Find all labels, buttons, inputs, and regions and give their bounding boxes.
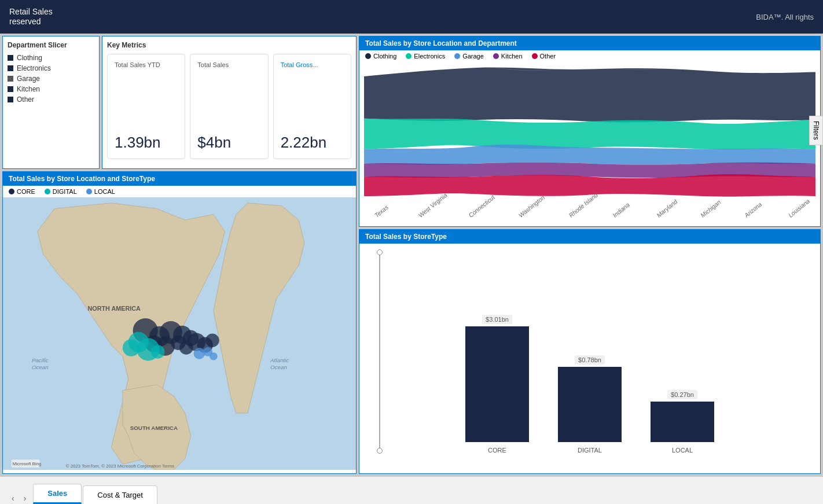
svg-text:Arizona: Arizona	[744, 200, 763, 219]
bar-group-digital: $0.78bn DIGITAL	[558, 355, 622, 454]
svg-text:Connecticut: Connecticut	[468, 193, 496, 219]
stream-legend-label-other: Other	[540, 53, 556, 60]
svg-text:Michigan: Michigan	[700, 198, 722, 219]
bar-label-bottom-core: CORE	[488, 447, 506, 454]
bar-label-bottom-digital: DIGITAL	[578, 447, 602, 454]
map-section: Total Sales by Store Location and StoreT…	[2, 171, 357, 474]
bar-label-bottom-local: LOCAL	[672, 447, 693, 454]
svg-text:Maryland: Maryland	[656, 197, 678, 219]
metric-label-ytd: Total Sales YTD	[115, 61, 178, 68]
svg-text:Washington: Washington	[518, 193, 546, 219]
stream-legend-dot-garage	[454, 53, 460, 59]
bar-group-core: $3.01bn CORE	[465, 315, 529, 454]
metric-value-sales: $4bn	[197, 134, 260, 152]
svg-text:NORTH AMERICA: NORTH AMERICA	[88, 305, 141, 312]
slicer-title: Department Slicer	[8, 41, 94, 49]
bar-chart-section: Total Sales by StoreType $3.01bn CORE	[359, 229, 821, 474]
slicer-dot-electronics	[8, 65, 13, 71]
metric-value-ytd: 1.39bn	[115, 134, 178, 152]
metric-label-gross: Total Gross...	[281, 61, 344, 68]
bar-local	[651, 402, 714, 442]
stream-legend-label-garage: Garage	[462, 53, 484, 60]
svg-point-25	[210, 352, 218, 360]
stream-legend-dot-electronics	[406, 53, 412, 59]
tab-cost-target[interactable]: Cost & Target	[83, 485, 157, 504]
metric-label-sales: Total Sales	[197, 61, 260, 68]
header-rights: BIDA™. All rights	[756, 13, 814, 21]
stream-legend-electronics: Electronics	[406, 53, 445, 60]
stream-chart-container: Texas West Virginia Connecticut Washingt…	[359, 62, 820, 222]
slicer-label-clothing: Clothing	[17, 54, 42, 62]
bar-chart-area: $3.01bn CORE $0.78bn DIGITAL $0.27bn LOC…	[359, 244, 820, 471]
svg-point-18	[205, 334, 219, 348]
legend-label-core: CORE	[17, 188, 35, 195]
svg-text:Indiana: Indiana	[612, 201, 631, 219]
legend-dot-local	[86, 189, 92, 194]
right-panel: Total Sales by Store Location and Depart…	[359, 36, 821, 474]
stream-legend-kitchen: Kitchen	[493, 53, 523, 60]
axis-circle-bottom	[377, 448, 383, 454]
slicer-item-electronics[interactable]: Electronics	[8, 64, 94, 72]
svg-text:Pacific: Pacific	[32, 357, 49, 363]
svg-text:Ocean: Ocean	[270, 364, 287, 370]
stream-legend-dot-kitchen	[493, 53, 499, 59]
legend-label-digital: DIGITAL	[53, 188, 77, 195]
tab-navigation: ‹ ›	[9, 492, 28, 504]
metric-card-sales: Total Sales $4bn	[190, 54, 268, 159]
slicer-label-garage: Garage	[17, 75, 40, 83]
bottom-tabs: ‹ › Sales Cost & Target	[0, 476, 823, 504]
svg-text:Ocean: Ocean	[32, 364, 49, 370]
stream-legend-label-electronics: Electronics	[414, 53, 445, 60]
svg-point-22	[151, 345, 165, 359]
slicer-item-kitchen[interactable]: Kitchen	[8, 85, 94, 93]
bar-core	[465, 326, 529, 442]
svg-point-21	[123, 339, 139, 356]
slicer-dot-kitchen	[8, 86, 13, 92]
slicer-dot-garage	[8, 76, 13, 82]
slicer-dot-clothing	[8, 55, 13, 61]
legend-dot-core	[9, 189, 14, 194]
stream-legend-label-clothing: Clothing	[373, 53, 396, 60]
legend-item-digital: DIGITAL	[45, 188, 77, 195]
stream-legend-dot-clothing	[365, 53, 371, 59]
stream-legend: Clothing Electronics Garage Kitchen Othe…	[359, 50, 820, 62]
department-slicer: Department Slicer Clothing Electronics G…	[2, 36, 100, 169]
map-section-header: Total Sales by Store Location and StoreT…	[3, 172, 356, 186]
key-metrics-panel: Key Metrics Total Sales YTD 1.39bn Total…	[102, 36, 357, 169]
legend-dot-digital	[45, 189, 50, 194]
stream-chart-section: Total Sales by Store Location and Depart…	[359, 36, 821, 227]
tab-sales[interactable]: Sales	[33, 484, 82, 504]
slicer-label-electronics: Electronics	[17, 64, 51, 72]
legend-label-local: LOCAL	[94, 188, 115, 195]
axis-line	[379, 255, 380, 448]
stream-legend-garage: Garage	[454, 53, 484, 60]
slicer-item-garage[interactable]: Garage	[8, 75, 94, 83]
tab-prev-button[interactable]: ‹	[9, 492, 17, 504]
svg-text:© 2023 TomTom, © 2023 Microsof: © 2023 TomTom, © 2023 Microsoft Corporat…	[66, 463, 174, 469]
slicer-item-other[interactable]: Other	[8, 95, 94, 104]
bar-label-top-local: $0.27bn	[667, 390, 697, 399]
stream-legend-label-kitchen: Kitchen	[501, 53, 523, 60]
map-container[interactable]: Pacific Ocean Atlantic Ocean NORTH AMERI…	[3, 197, 356, 470]
filters-tab[interactable]: Filters	[809, 116, 823, 145]
svg-text:West Virginia: West Virginia	[417, 191, 448, 219]
metrics-row: Total Sales YTD 1.39bn Total Sales $4bn …	[107, 54, 351, 159]
tab-next-button[interactable]: ›	[21, 492, 29, 504]
left-panel: Department Slicer Clothing Electronics G…	[2, 36, 357, 474]
svg-text:Atlantic: Atlantic	[270, 357, 289, 363]
map-svg: Pacific Ocean Atlantic Ocean NORTH AMERI…	[3, 197, 356, 470]
legend-item-core: CORE	[9, 188, 35, 195]
stream-legend-other: Other	[532, 53, 556, 60]
svg-text:SOUTH AMERICA: SOUTH AMERICA	[130, 425, 178, 431]
svg-text:Microsoft Bing: Microsoft Bing	[13, 461, 42, 466]
metric-value-gross: 2.22bn	[281, 134, 344, 152]
map-legend: CORE DIGITAL LOCAL	[3, 186, 356, 197]
top-row: Department Slicer Clothing Electronics G…	[2, 36, 357, 169]
bar-chart-header: Total Sales by StoreType	[359, 230, 820, 244]
bars-container: $3.01bn CORE $0.78bn DIGITAL $0.27bn LOC…	[383, 249, 797, 454]
legend-item-local: LOCAL	[86, 188, 115, 195]
slicer-dot-other	[8, 97, 13, 102]
stream-chart-svg: Texas West Virginia Connecticut Washingt…	[364, 62, 815, 222]
slicer-item-clothing[interactable]: Clothing	[8, 54, 94, 62]
metric-card-ytd: Total Sales YTD 1.39bn	[107, 54, 185, 159]
